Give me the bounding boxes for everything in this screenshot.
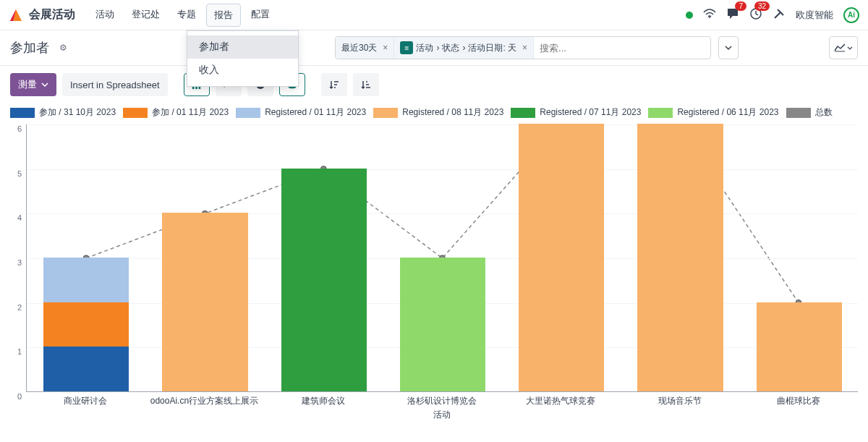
clock-icon[interactable]: 32 [749,7,762,22]
y-tick: 5 [17,169,22,178]
nav-item[interactable]: 配置 [244,4,277,27]
y-tick: 1 [17,347,22,356]
legend-item[interactable]: Registered / 06 11月 2023 [648,106,778,119]
measure-button[interactable]: 测量 [10,73,56,96]
bar-segment[interactable] [162,213,247,391]
legend-label: Registered / 07 11月 2023 [540,106,641,119]
legend-label: 参加 / 01 11月 2023 [152,106,229,119]
legend-item[interactable]: Registered / 07 11月 2023 [511,106,641,119]
legend-item[interactable]: 总数 [786,106,833,119]
status-dot [686,12,693,19]
legend-label: Registered / 01 11月 2023 [265,106,366,119]
chat-icon[interactable]: 7 [726,7,739,22]
legend-label: Registered / 08 11月 2023 [402,106,503,119]
filter-chip-label: 最近30天 [341,42,377,54]
bar-segment[interactable] [281,169,367,391]
bar-group [400,124,485,391]
search-options-button[interactable] [718,36,739,59]
legend-item[interactable]: Registered / 01 11月 2023 [236,106,366,119]
dropdown-item[interactable]: 收入 [187,59,298,82]
bar-segment[interactable] [400,258,485,391]
close-icon[interactable]: × [383,43,388,53]
gear-icon[interactable]: ⚙ [59,43,67,53]
chat-badge: 7 [735,1,746,11]
bar-segment[interactable] [757,302,842,391]
x-tick-label: 商业研讨会 [64,395,107,407]
bar-group [162,124,247,391]
x-axis-title: 活动 [433,409,451,421]
x-tick-label: 洛杉矶设计博览会 [407,395,477,407]
filter-part: 活动日期: 天 [468,42,516,54]
bar-segment[interactable] [519,124,604,391]
bar-group [281,124,367,391]
toolbar: 测量 Insert in Spreadsheet [0,66,868,103]
legend-swatch [373,108,398,118]
dropdown-item[interactable]: 参加者 [187,35,298,59]
x-axis: 活动 商业研讨会odooAi.cn行业方案线上展示建筑师会议洛杉矶设计博览会大里… [26,392,858,421]
legend-swatch [511,108,535,118]
plot-area [26,124,858,392]
bar-group [637,124,723,391]
tools-icon[interactable] [773,7,786,22]
legend-item[interactable]: 参加 / 01 11月 2023 [123,106,229,119]
y-tick: 2 [17,303,22,312]
bar-segment[interactable] [637,124,723,391]
nav-item[interactable]: 活动 [88,4,122,27]
legend-swatch [123,108,148,118]
top-right: 7 32 欧度智能 Ai [686,7,859,23]
bar-segment[interactable] [43,347,129,391]
bar-group [43,124,129,391]
sort-desc-icon[interactable] [321,73,347,96]
y-tick: 4 [17,213,22,222]
close-icon[interactable]: × [522,43,527,53]
legend-swatch [236,108,260,118]
x-tick-label: odooAi.cn行业方案线上展示 [150,395,258,407]
ai-avatar-icon[interactable]: Ai [843,7,859,23]
top-nav: 会展活动 活动登记处专题报告配置 7 32 欧度智能 Ai [0,0,868,30]
chart-type-button[interactable] [829,36,858,59]
y-axis: 0123456 [10,124,25,392]
legend-item[interactable]: 参加 / 31 10月 2023 [10,106,116,119]
clock-badge: 32 [754,1,770,11]
filter-chip-group[interactable]: ≡ 活动 › 状态 › 活动日期: 天 × [394,37,534,59]
sort-asc-icon[interactable] [353,73,379,96]
filter-chip-date[interactable]: 最近30天 × [336,37,394,59]
sub-bar: 参加者 ⚙ 最近30天 × ≡ 活动 › 状态 › 活动日期: 天 × [0,30,868,66]
app-logo [9,7,25,23]
group-icon: ≡ [400,41,413,54]
user-name[interactable]: 欧度智能 [796,9,833,22]
y-tick: 6 [17,124,22,133]
wifi-icon[interactable] [703,9,716,21]
legend: 参加 / 31 10月 2023参加 / 01 11月 2023Register… [0,103,868,124]
search-input[interactable] [534,43,710,54]
nav-item[interactable]: 专题 [170,4,203,27]
bar-segment[interactable] [43,302,129,347]
legend-swatch [10,108,35,118]
nav-item[interactable]: 报告 [206,4,241,27]
x-tick-label: 现场音乐节 [658,395,702,407]
legend-label: 参加 / 31 10月 2023 [39,106,116,119]
x-tick-label: 曲棍球比赛 [777,395,820,407]
legend-label: 总数 [815,106,833,119]
filter-part: 活动 [416,42,433,54]
x-tick-label: 建筑师会议 [302,395,345,407]
nav-item[interactable]: 登记处 [124,4,167,27]
insert-spreadsheet-button[interactable]: Insert in Spreadsheet [62,73,168,96]
bar-group [757,124,842,391]
search-area: 最近30天 × ≡ 活动 › 状态 › 活动日期: 天 × [335,36,711,59]
y-tick: 0 [17,392,22,401]
svg-point-0 [709,17,710,18]
x-tick-label: 大里诺热气球竞赛 [526,395,595,407]
app-title: 会展活动 [29,7,75,22]
chart: 0123456 活动 商业研讨会odooAi.cn行业方案线上展示建筑师会议洛杉… [10,124,858,421]
report-dropdown: 参加者收入 [187,30,299,87]
page-title: 参加者 [10,39,49,56]
legend-label: Registered / 06 11月 2023 [677,106,778,119]
bar-segment[interactable] [43,258,129,302]
filter-part: 状态 [442,42,459,54]
legend-item[interactable]: Registered / 08 11月 2023 [373,106,503,119]
legend-swatch [648,108,673,118]
legend-swatch [786,108,811,118]
y-tick: 3 [17,258,22,267]
bar-group [519,124,604,391]
